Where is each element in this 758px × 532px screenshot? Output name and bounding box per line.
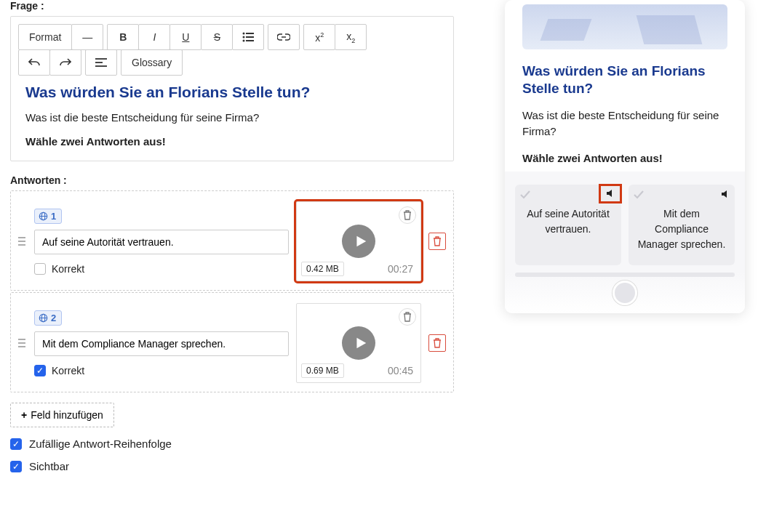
link-icon bbox=[277, 33, 290, 41]
add-field-button[interactable]: + Feld hinzufügen bbox=[10, 403, 114, 427]
visible-label: Sichtbar bbox=[29, 460, 69, 472]
editor-toolbar: Format — B I U S x2 x2 bbox=[18, 24, 446, 75]
strike-button[interactable]: S bbox=[201, 24, 233, 50]
underline-button[interactable]: U bbox=[169, 24, 202, 50]
strike-icon: S bbox=[214, 31, 220, 43]
svg-point-0 bbox=[243, 33, 245, 35]
drag-icon bbox=[18, 338, 25, 348]
question-label: Frage : bbox=[10, 0, 454, 12]
italic-icon: I bbox=[153, 31, 156, 43]
random-order-checkbox[interactable]: ✓ bbox=[10, 438, 22, 450]
preview-answer-option[interactable]: Mit dem Compliance Manager sprechen. bbox=[629, 185, 735, 265]
add-field-label: Feld hinzufügen bbox=[31, 409, 103, 421]
correct-checkbox[interactable] bbox=[34, 263, 46, 275]
globe-icon bbox=[39, 313, 48, 323]
preview-instruction: Wähle zwei Antworten aus! bbox=[522, 152, 727, 164]
format-button[interactable]: Format bbox=[18, 24, 72, 50]
drag-icon bbox=[18, 236, 25, 246]
audio-preview[interactable]: 0.69 MB 00:45 bbox=[296, 303, 421, 383]
language-num: 1 bbox=[51, 211, 56, 222]
correct-label: Korrekt bbox=[52, 365, 84, 376]
align-button[interactable] bbox=[85, 49, 117, 76]
subscript-button[interactable]: x2 bbox=[335, 24, 367, 50]
svg-rect-5 bbox=[246, 40, 254, 41]
redo-button[interactable] bbox=[49, 49, 81, 76]
svg-point-2 bbox=[243, 36, 245, 39]
play-button[interactable] bbox=[342, 225, 375, 258]
delete-media-button[interactable] bbox=[399, 206, 416, 224]
subscript-icon: x2 bbox=[346, 31, 355, 44]
list-button[interactable] bbox=[232, 24, 264, 50]
preview-answers: Auf seine Autorität vertrauen. Mit dem C… bbox=[505, 172, 745, 273]
media-size: 0.69 MB bbox=[301, 363, 344, 378]
answer-text-input[interactable] bbox=[34, 230, 289, 254]
align-icon bbox=[95, 58, 107, 67]
play-button[interactable] bbox=[342, 326, 375, 360]
hr-button[interactable]: — bbox=[71, 24, 103, 50]
answer-block: 2 ✓ Korrekt 0.69 MB 00:4 bbox=[10, 292, 454, 392]
correct-label: Korrekt bbox=[52, 263, 84, 275]
superscript-icon: x2 bbox=[315, 31, 324, 44]
trash-icon bbox=[433, 236, 442, 246]
bold-icon: B bbox=[119, 31, 127, 43]
preview-banner bbox=[522, 4, 727, 49]
svg-rect-3 bbox=[246, 36, 254, 38]
list-icon bbox=[242, 32, 254, 42]
language-num: 2 bbox=[51, 313, 56, 323]
delete-answer-button[interactable] bbox=[428, 233, 446, 250]
undo-icon bbox=[28, 58, 40, 67]
play-icon bbox=[352, 335, 368, 351]
play-icon bbox=[352, 233, 368, 249]
sound-icon[interactable] bbox=[601, 186, 620, 201]
editor-content[interactable]: Was würden Sie an Florians Stelle tun? W… bbox=[18, 75, 446, 148]
media-duration: 00:45 bbox=[388, 365, 413, 376]
media-size: 0.42 MB bbox=[301, 262, 344, 276]
preview-card: Was würden Sie an Florians Stelle tun? W… bbox=[505, 0, 745, 313]
glossary-button[interactable]: Glossary bbox=[121, 49, 183, 76]
trash-icon bbox=[403, 210, 412, 220]
link-button[interactable] bbox=[268, 24, 300, 50]
check-icon bbox=[519, 189, 531, 201]
plus-icon: + bbox=[21, 409, 27, 421]
question-instruction: Wähle zwei Antworten aus! bbox=[25, 135, 439, 148]
preview-answer-option[interactable]: Auf seine Autorität vertrauen. bbox=[515, 185, 621, 265]
globe-icon bbox=[39, 211, 48, 221]
answer-block: 1 Korrekt 0.42 MB 00:27 bbox=[10, 190, 454, 291]
question-title: Was würden Sie an Florians Stelle tun? bbox=[25, 84, 439, 101]
language-badge[interactable]: 2 bbox=[34, 310, 62, 326]
preview-text: Was ist die beste Entscheidung für seine… bbox=[522, 108, 727, 140]
answer-text-input[interactable] bbox=[34, 331, 289, 356]
redo-icon bbox=[60, 58, 71, 67]
correct-checkbox[interactable]: ✓ bbox=[34, 365, 46, 376]
check-icon bbox=[633, 189, 645, 201]
svg-rect-1 bbox=[246, 33, 254, 34]
preview-answer-text: Mit dem Compliance Manager sprechen. bbox=[638, 208, 726, 250]
trash-icon bbox=[433, 338, 442, 348]
sound-icon[interactable] bbox=[720, 189, 730, 199]
question-text: Was ist die beste Entscheidung für seine… bbox=[25, 111, 439, 124]
delete-media-button[interactable] bbox=[399, 308, 416, 326]
undo-button[interactable] bbox=[18, 49, 50, 76]
answers-label: Antworten : bbox=[10, 174, 454, 186]
rich-text-editor: Format — B I U S x2 x2 bbox=[10, 16, 454, 161]
trash-icon bbox=[403, 312, 412, 322]
preview-title: Was würden Sie an Florians Stelle tun? bbox=[522, 63, 727, 97]
italic-button[interactable]: I bbox=[138, 24, 170, 50]
media-duration: 00:27 bbox=[388, 263, 413, 275]
preview-answer-text: Auf seine Autorität vertrauen. bbox=[527, 208, 610, 235]
preview-progress bbox=[505, 273, 745, 313]
underline-icon: U bbox=[182, 31, 189, 43]
delete-answer-button[interactable] bbox=[428, 334, 446, 352]
bold-button[interactable]: B bbox=[107, 24, 139, 50]
svg-point-4 bbox=[243, 40, 245, 42]
drag-handle[interactable] bbox=[18, 338, 28, 348]
language-badge[interactable]: 1 bbox=[34, 209, 62, 224]
drag-handle[interactable] bbox=[18, 236, 28, 246]
visible-checkbox[interactable]: ✓ bbox=[10, 461, 22, 472]
audio-preview[interactable]: 0.42 MB 00:27 bbox=[296, 201, 421, 281]
minus-icon: — bbox=[82, 31, 92, 43]
progress-orb[interactable] bbox=[613, 281, 637, 305]
random-order-label: Zufällige Antwort-Reihenfolge bbox=[29, 438, 172, 450]
superscript-button[interactable]: x2 bbox=[303, 24, 335, 50]
